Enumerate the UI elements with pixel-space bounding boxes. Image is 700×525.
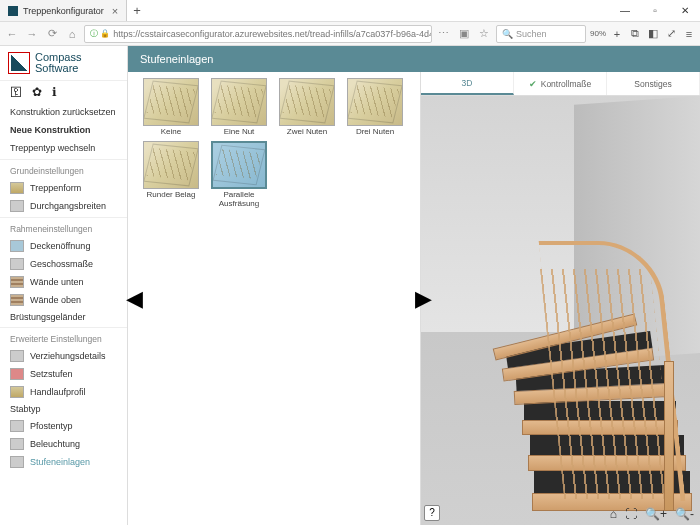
view-zoom-in-icon[interactable]: 🔍+ <box>645 507 667 521</box>
viewer-tab-label: 3D <box>462 78 473 88</box>
viewer-tab[interactable]: ✔Kontrollmaße <box>514 72 607 95</box>
staircase-model <box>492 211 692 511</box>
tread-option[interactable]: Zwei Nuten <box>274 78 340 137</box>
sidebar-link[interactable]: Konstruktion zurücksetzen <box>0 103 127 121</box>
sidebar-item-icon <box>10 240 24 252</box>
nav-forward-icon[interactable]: → <box>24 28 40 40</box>
viewer-tab[interactable]: Sonstiges <box>607 72 700 95</box>
tab-favicon <box>8 6 18 16</box>
sidebar-item-icon <box>10 182 24 194</box>
sidebar-item-icon <box>10 420 24 432</box>
addons-icon[interactable]: + <box>610 28 624 40</box>
viewer-panel: 3D✔KontrollmaßeSonstiges <box>421 72 700 525</box>
viewer-3d-scene[interactable]: ⌂ ⛶ 🔍+ 🔍- <box>421 96 700 525</box>
sidebar-item-label: Wände unten <box>30 277 84 287</box>
tab-title: Treppenkonfigurator <box>23 6 104 16</box>
reader-icon[interactable]: ⋯ <box>436 27 452 40</box>
panel-title: Stufeneinlagen <box>128 46 700 72</box>
sidebar-item[interactable]: Pfostentyp <box>0 417 127 435</box>
sidebar-item[interactable]: Geschossmaße <box>0 255 127 273</box>
sidebar-section-title: Grundeinstellungen <box>0 159 127 179</box>
sidebar-section-title: Rahmeneinstellungen <box>0 217 127 237</box>
next-option-arrow-icon[interactable]: ▶ <box>415 286 432 312</box>
prev-option-arrow-icon[interactable]: ◀ <box>126 286 143 312</box>
new-tab-button[interactable]: + <box>127 3 147 18</box>
gear-icon[interactable]: ✿ <box>32 85 42 99</box>
viewer-tab-label: Kontrollmaße <box>541 79 592 89</box>
sidebar-item[interactable]: Verziehungsdetails <box>0 347 127 365</box>
option-thumb-icon <box>279 78 335 126</box>
sidebar-item-label: Pfostentyp <box>30 421 73 431</box>
view-zoom-out-icon[interactable]: 🔍- <box>675 507 694 521</box>
tread-option[interactable]: Parallele Ausfräsung <box>206 141 272 209</box>
sidebar-item[interactable]: Brüstungsgeländer <box>0 309 127 325</box>
sidebar-icon[interactable]: ◧ <box>646 27 660 40</box>
sidebar-item[interactable]: Stufeneinlagen <box>0 453 127 471</box>
sidebar-item[interactable]: Durchgangsbreiten <box>0 197 127 215</box>
lock-icon: ⓘ 🔒 <box>90 28 110 39</box>
nav-home-icon[interactable]: ⌂ <box>64 28 80 40</box>
nav-back-icon[interactable]: ← <box>4 28 20 40</box>
tread-option[interactable]: Runder Belag <box>138 141 204 209</box>
nav-reload-icon[interactable]: ⟳ <box>44 27 60 40</box>
option-label: Drei Nuten <box>342 128 408 137</box>
sidebar-item-label: Wände oben <box>30 295 81 305</box>
option-label: Zwei Nuten <box>274 128 340 137</box>
sidebar-item-label: Brüstungsgeländer <box>10 312 86 322</box>
window-maximize-icon[interactable]: ▫ <box>640 5 670 16</box>
option-label: Runder Belag <box>138 191 204 200</box>
sidebar-item-label: Durchgangsbreiten <box>30 201 106 211</box>
option-thumb-icon <box>143 141 199 189</box>
sidebar-item-label: Geschossmaße <box>30 259 93 269</box>
search-box[interactable]: 🔍 Suchen <box>496 25 586 43</box>
viewer-tab[interactable]: 3D <box>421 72 514 95</box>
star-icon[interactable]: ☆ <box>476 27 492 40</box>
tab-close-icon[interactable]: × <box>112 5 118 17</box>
sidebar-item-label: Treppenform <box>30 183 81 193</box>
window-close-icon[interactable]: ✕ <box>670 5 700 16</box>
sidebar-item-label: Setzstufen <box>30 369 73 379</box>
sidebar-item[interactable]: Wände oben <box>0 291 127 309</box>
sidebar-link[interactable]: Neue Konstruktion <box>0 121 127 139</box>
key-icon[interactable]: ⚿ <box>10 85 22 99</box>
help-button[interactable]: ? <box>424 505 440 521</box>
address-bar[interactable]: ⓘ 🔒 https://csstaircaseconfigurator.azur… <box>84 25 432 43</box>
browser-toolbar: ← → ⟳ ⌂ ⓘ 🔒 https://csstaircaseconfigura… <box>0 22 700 46</box>
viewer-tabs: 3D✔KontrollmaßeSonstiges <box>421 72 700 96</box>
tread-option[interactable]: Keine <box>138 78 204 137</box>
brand-line2: Software <box>35 63 81 74</box>
info-icon[interactable]: ℹ <box>52 85 57 99</box>
url-text: https://csstaircaseconfigurator.azureweb… <box>113 29 432 39</box>
sidebar-item[interactable]: Wände unten <box>0 273 127 291</box>
tread-option[interactable]: Drei Nuten <box>342 78 408 137</box>
logo-mark-icon <box>8 52 30 74</box>
sidebar-item[interactable]: Setzstufen <box>0 365 127 383</box>
sidebar-link[interactable]: Treppentyp wechseln <box>0 139 127 157</box>
sidebar-item[interactable]: Beleuchtung <box>0 435 127 453</box>
sidebar-item[interactable]: Treppenform <box>0 179 127 197</box>
fullscreen-icon[interactable]: ⤢ <box>664 27 678 40</box>
zoom-level[interactable]: 90% <box>590 29 606 38</box>
view-fit-icon[interactable]: ⛶ <box>625 507 637 521</box>
sidebar-item[interactable]: Stabtyp <box>0 401 127 417</box>
check-icon: ✔ <box>529 79 537 89</box>
window-minimize-icon[interactable]: — <box>610 5 640 16</box>
sidebar-item-label: Handlaufprofil <box>30 387 86 397</box>
sidebar-item-icon <box>10 276 24 288</box>
sidebar-item-icon <box>10 200 24 212</box>
sidebar-item-label: Stufeneinlagen <box>30 457 90 467</box>
browser-tab[interactable]: Treppenkonfigurator × <box>0 0 127 21</box>
viewer-toolbar: ⌂ ⛶ 🔍+ 🔍- <box>610 507 694 521</box>
container-icon[interactable]: ▣ <box>456 27 472 40</box>
tread-option[interactable]: Eine Nut <box>206 78 272 137</box>
option-grid: KeineEine NutZwei NutenDrei NutenRunder … <box>128 72 421 525</box>
menu-icon[interactable]: ≡ <box>682 28 696 40</box>
sidebar-item-icon <box>10 438 24 450</box>
view-home-icon[interactable]: ⌂ <box>610 507 617 521</box>
search-placeholder: Suchen <box>516 29 547 39</box>
viewer-tab-label: Sonstiges <box>634 79 671 89</box>
sidebar: Compass Software ⚿ ✿ ℹ Konstruktion zurü… <box>0 46 128 525</box>
library-icon[interactable]: ⧉ <box>628 27 642 40</box>
sidebar-item[interactable]: Handlaufprofil <box>0 383 127 401</box>
sidebar-item[interactable]: Deckenöffnung <box>0 237 127 255</box>
